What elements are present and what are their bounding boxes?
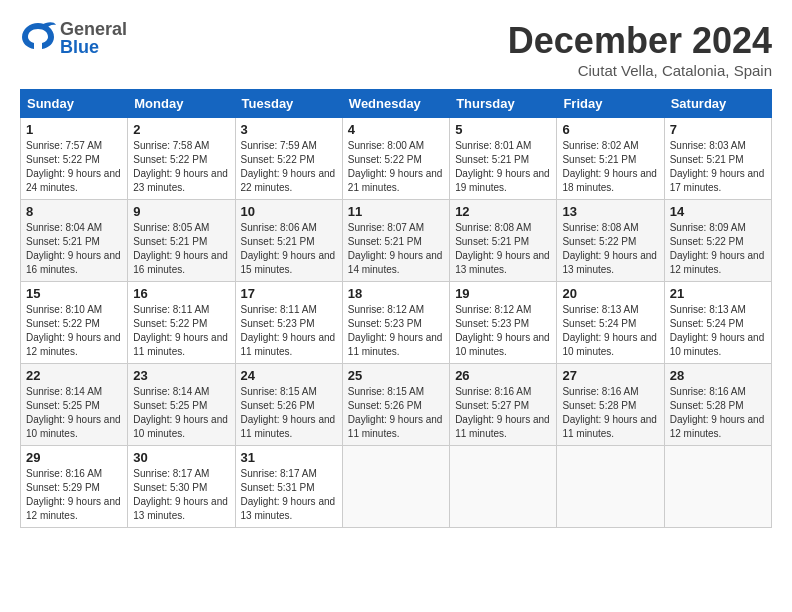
day-number: 31 xyxy=(241,450,337,465)
sunrise-text: Sunrise: 8:13 AM xyxy=(562,304,638,315)
day-number: 26 xyxy=(455,368,551,383)
sunrise-text: Sunrise: 8:15 AM xyxy=(241,386,317,397)
day-info: Sunrise: 7:58 AM Sunset: 5:22 PM Dayligh… xyxy=(133,139,229,195)
sunrise-text: Sunrise: 8:14 AM xyxy=(26,386,102,397)
column-header-tuesday: Tuesday xyxy=(235,90,342,118)
day-info: Sunrise: 8:14 AM Sunset: 5:25 PM Dayligh… xyxy=(26,385,122,441)
day-cell: 11 Sunrise: 8:07 AM Sunset: 5:21 PM Dayl… xyxy=(342,200,449,282)
daylight-text: Daylight: 9 hours and 14 minutes. xyxy=(348,250,443,275)
day-info: Sunrise: 8:07 AM Sunset: 5:21 PM Dayligh… xyxy=(348,221,444,277)
sunset-text: Sunset: 5:21 PM xyxy=(26,236,100,247)
day-cell: 10 Sunrise: 8:06 AM Sunset: 5:21 PM Dayl… xyxy=(235,200,342,282)
day-info: Sunrise: 8:11 AM Sunset: 5:22 PM Dayligh… xyxy=(133,303,229,359)
day-cell: 13 Sunrise: 8:08 AM Sunset: 5:22 PM Dayl… xyxy=(557,200,664,282)
daylight-text: Daylight: 9 hours and 16 minutes. xyxy=(133,250,228,275)
sunset-text: Sunset: 5:27 PM xyxy=(455,400,529,411)
day-cell: 9 Sunrise: 8:05 AM Sunset: 5:21 PM Dayli… xyxy=(128,200,235,282)
day-cell xyxy=(557,446,664,528)
logo-blue-text: Blue xyxy=(60,38,127,56)
day-cell: 27 Sunrise: 8:16 AM Sunset: 5:28 PM Dayl… xyxy=(557,364,664,446)
sunset-text: Sunset: 5:22 PM xyxy=(241,154,315,165)
day-number: 5 xyxy=(455,122,551,137)
sunrise-text: Sunrise: 8:13 AM xyxy=(670,304,746,315)
day-number: 9 xyxy=(133,204,229,219)
daylight-text: Daylight: 9 hours and 21 minutes. xyxy=(348,168,443,193)
day-info: Sunrise: 8:16 AM Sunset: 5:29 PM Dayligh… xyxy=(26,467,122,523)
logo-bird-icon xyxy=(20,21,56,56)
daylight-text: Daylight: 9 hours and 10 minutes. xyxy=(670,332,765,357)
day-number: 29 xyxy=(26,450,122,465)
day-cell: 8 Sunrise: 8:04 AM Sunset: 5:21 PM Dayli… xyxy=(21,200,128,282)
sunset-text: Sunset: 5:31 PM xyxy=(241,482,315,493)
sunrise-text: Sunrise: 8:02 AM xyxy=(562,140,638,151)
day-cell: 1 Sunrise: 7:57 AM Sunset: 5:22 PM Dayli… xyxy=(21,118,128,200)
day-info: Sunrise: 8:08 AM Sunset: 5:22 PM Dayligh… xyxy=(562,221,658,277)
sunrise-text: Sunrise: 8:12 AM xyxy=(455,304,531,315)
week-row-1: 1 Sunrise: 7:57 AM Sunset: 5:22 PM Dayli… xyxy=(21,118,772,200)
day-info: Sunrise: 8:05 AM Sunset: 5:21 PM Dayligh… xyxy=(133,221,229,277)
sunrise-text: Sunrise: 8:16 AM xyxy=(455,386,531,397)
daylight-text: Daylight: 9 hours and 15 minutes. xyxy=(241,250,336,275)
daylight-text: Daylight: 9 hours and 12 minutes. xyxy=(670,250,765,275)
day-cell: 2 Sunrise: 7:58 AM Sunset: 5:22 PM Dayli… xyxy=(128,118,235,200)
subtitle: Ciutat Vella, Catalonia, Spain xyxy=(508,62,772,79)
daylight-text: Daylight: 9 hours and 22 minutes. xyxy=(241,168,336,193)
day-cell: 18 Sunrise: 8:12 AM Sunset: 5:23 PM Dayl… xyxy=(342,282,449,364)
day-info: Sunrise: 8:15 AM Sunset: 5:26 PM Dayligh… xyxy=(241,385,337,441)
day-info: Sunrise: 8:15 AM Sunset: 5:26 PM Dayligh… xyxy=(348,385,444,441)
sunrise-text: Sunrise: 8:09 AM xyxy=(670,222,746,233)
daylight-text: Daylight: 9 hours and 11 minutes. xyxy=(133,332,228,357)
sunset-text: Sunset: 5:22 PM xyxy=(26,318,100,329)
daylight-text: Daylight: 9 hours and 23 minutes. xyxy=(133,168,228,193)
week-row-3: 15 Sunrise: 8:10 AM Sunset: 5:22 PM Dayl… xyxy=(21,282,772,364)
title-block: December 2024 Ciutat Vella, Catalonia, S… xyxy=(508,20,772,79)
column-header-saturday: Saturday xyxy=(664,90,771,118)
sunset-text: Sunset: 5:22 PM xyxy=(562,236,636,247)
day-info: Sunrise: 8:09 AM Sunset: 5:22 PM Dayligh… xyxy=(670,221,766,277)
day-number: 28 xyxy=(670,368,766,383)
day-cell: 3 Sunrise: 7:59 AM Sunset: 5:22 PM Dayli… xyxy=(235,118,342,200)
daylight-text: Daylight: 9 hours and 11 minutes. xyxy=(241,414,336,439)
day-number: 24 xyxy=(241,368,337,383)
sunset-text: Sunset: 5:23 PM xyxy=(455,318,529,329)
day-cell: 14 Sunrise: 8:09 AM Sunset: 5:22 PM Dayl… xyxy=(664,200,771,282)
sunrise-text: Sunrise: 8:08 AM xyxy=(455,222,531,233)
day-cell: 12 Sunrise: 8:08 AM Sunset: 5:21 PM Dayl… xyxy=(450,200,557,282)
sunset-text: Sunset: 5:22 PM xyxy=(133,154,207,165)
day-info: Sunrise: 8:04 AM Sunset: 5:21 PM Dayligh… xyxy=(26,221,122,277)
day-cell: 6 Sunrise: 8:02 AM Sunset: 5:21 PM Dayli… xyxy=(557,118,664,200)
day-info: Sunrise: 8:10 AM Sunset: 5:22 PM Dayligh… xyxy=(26,303,122,359)
sunset-text: Sunset: 5:21 PM xyxy=(562,154,636,165)
day-number: 7 xyxy=(670,122,766,137)
daylight-text: Daylight: 9 hours and 11 minutes. xyxy=(348,332,443,357)
logo-words: General Blue xyxy=(60,20,127,56)
day-cell: 23 Sunrise: 8:14 AM Sunset: 5:25 PM Dayl… xyxy=(128,364,235,446)
daylight-text: Daylight: 9 hours and 12 minutes. xyxy=(670,414,765,439)
day-cell: 25 Sunrise: 8:15 AM Sunset: 5:26 PM Dayl… xyxy=(342,364,449,446)
day-info: Sunrise: 8:13 AM Sunset: 5:24 PM Dayligh… xyxy=(670,303,766,359)
daylight-text: Daylight: 9 hours and 16 minutes. xyxy=(26,250,121,275)
header: General Blue December 2024 Ciutat Vella,… xyxy=(20,20,772,79)
daylight-text: Daylight: 9 hours and 10 minutes. xyxy=(455,332,550,357)
sunrise-text: Sunrise: 8:17 AM xyxy=(241,468,317,479)
day-number: 23 xyxy=(133,368,229,383)
sunset-text: Sunset: 5:24 PM xyxy=(670,318,744,329)
column-header-thursday: Thursday xyxy=(450,90,557,118)
sunrise-text: Sunrise: 8:16 AM xyxy=(670,386,746,397)
daylight-text: Daylight: 9 hours and 13 minutes. xyxy=(562,250,657,275)
sunset-text: Sunset: 5:22 PM xyxy=(348,154,422,165)
daylight-text: Daylight: 9 hours and 13 minutes. xyxy=(455,250,550,275)
logo-general-text: General xyxy=(60,20,127,38)
daylight-text: Daylight: 9 hours and 11 minutes. xyxy=(562,414,657,439)
day-number: 6 xyxy=(562,122,658,137)
sunset-text: Sunset: 5:25 PM xyxy=(26,400,100,411)
column-header-sunday: Sunday xyxy=(21,90,128,118)
column-header-friday: Friday xyxy=(557,90,664,118)
daylight-text: Daylight: 9 hours and 24 minutes. xyxy=(26,168,121,193)
day-cell xyxy=(342,446,449,528)
sunset-text: Sunset: 5:21 PM xyxy=(241,236,315,247)
daylight-text: Daylight: 9 hours and 17 minutes. xyxy=(670,168,765,193)
daylight-text: Daylight: 9 hours and 10 minutes. xyxy=(26,414,121,439)
day-cell: 29 Sunrise: 8:16 AM Sunset: 5:29 PM Dayl… xyxy=(21,446,128,528)
day-info: Sunrise: 8:17 AM Sunset: 5:30 PM Dayligh… xyxy=(133,467,229,523)
